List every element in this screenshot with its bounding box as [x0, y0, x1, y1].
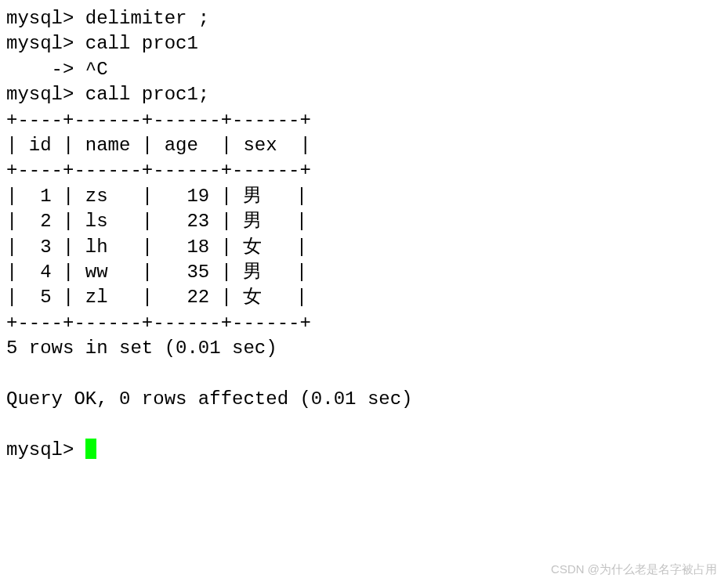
result-summary: 5 rows in set (0.01 sec) [6, 338, 277, 359]
continuation-line: -> ^C [6, 59, 108, 80]
table-row: | 3 | lh | 18 | 女 | [6, 237, 307, 258]
watermark: CSDN @为什么老是名字被占用 [551, 562, 717, 577]
table-row: | 1 | zs | 19 | 男 | [6, 186, 307, 207]
table-header: | id | name | age | sex | [6, 135, 311, 156]
table-border: +----+------+------+------+ [6, 160, 311, 181]
table-row: | 4 | ww | 35 | 男 | [6, 262, 307, 283]
prompt: mysql> call proc1 [6, 33, 198, 54]
query-status: Query OK, 0 rows affected (0.01 sec) [6, 388, 412, 410]
table-border: +----+------+------+------+ [6, 110, 311, 131]
prompt: mysql> [6, 439, 85, 460]
table-row: | 5 | zl | 22 | 女 | [6, 287, 307, 308]
prompt: mysql> call proc1; [6, 84, 209, 105]
terminal-cursor[interactable] [85, 439, 96, 459]
prompt: mysql> delimiter ; [6, 8, 209, 29]
table-row: | 2 | ls | 23 | 男 | [6, 211, 307, 232]
table-border: +----+------+------+------+ [6, 312, 311, 334]
